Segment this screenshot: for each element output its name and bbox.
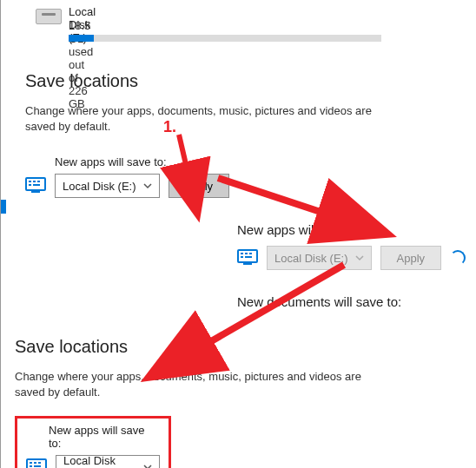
save-locations-section-1: Save locations Change where your apps, d… — [25, 71, 399, 198]
svg-rect-19 — [34, 465, 41, 467]
apply-button-disabled: Apply — [380, 246, 442, 270]
field-label-new-apps: New apps will save to: — [55, 155, 399, 168]
loading-spinner-icon — [450, 250, 466, 266]
save-locations-section-3: Save locations Change where your apps, d… — [15, 337, 388, 468]
drive-dropdown[interactable]: Local Disk (E:) — [55, 174, 160, 198]
disk-usage-bar — [69, 35, 381, 42]
left-indicator — [1, 200, 6, 214]
field-label-new-documents: New documents will save to: — [237, 294, 466, 309]
dropdown-value: Local Disk (E:) — [274, 252, 348, 265]
section-heading: Save locations — [25, 71, 399, 91]
svg-rect-9 — [245, 253, 248, 254]
svg-rect-1 — [29, 181, 31, 182]
chevron-down-icon — [143, 463, 152, 468]
highlighted-result-box: New apps will save to: Local Disk (E:) — [15, 416, 171, 468]
svg-rect-10 — [249, 253, 252, 254]
monitor-icon — [26, 458, 47, 468]
save-locations-loading: New apps will save to: Local Disk (E:) A… — [237, 222, 466, 314]
svg-rect-15 — [30, 462, 32, 464]
apply-button[interactable]: Apply — [169, 174, 230, 198]
svg-rect-12 — [245, 256, 252, 258]
section-description: Change where your apps, documents, music… — [25, 103, 399, 135]
annotation-number-1: 1. — [163, 118, 176, 136]
field-label-new-apps: New apps will save to: — [237, 222, 466, 237]
monitor-icon — [237, 249, 258, 267]
dropdown-value: Local Disk (E:) — [63, 454, 136, 468]
svg-rect-11 — [241, 256, 243, 258]
svg-rect-5 — [33, 184, 40, 186]
svg-rect-4 — [29, 184, 31, 186]
drive-dropdown[interactable]: Local Disk (E:) — [56, 455, 160, 468]
hard-drive-icon — [36, 9, 62, 24]
chevron-down-icon — [143, 181, 152, 190]
section-heading: Save locations — [15, 337, 388, 357]
chevron-down-icon — [355, 254, 364, 262]
svg-rect-8 — [241, 253, 243, 254]
disk-usage-fill — [69, 35, 94, 42]
section-description: Change where your apps, documents, music… — [15, 369, 388, 400]
svg-rect-6 — [31, 191, 40, 193]
drive-dropdown-disabled: Local Disk (E:) — [267, 246, 372, 270]
svg-rect-2 — [33, 181, 36, 182]
svg-rect-16 — [34, 462, 36, 464]
monitor-icon — [25, 177, 46, 194]
svg-rect-18 — [30, 465, 32, 467]
svg-rect-3 — [37, 181, 40, 182]
svg-rect-17 — [38, 462, 41, 464]
field-label-new-apps: New apps will save to: — [49, 424, 160, 450]
svg-rect-13 — [243, 263, 252, 265]
dropdown-value: Local Disk (E:) — [63, 180, 136, 193]
